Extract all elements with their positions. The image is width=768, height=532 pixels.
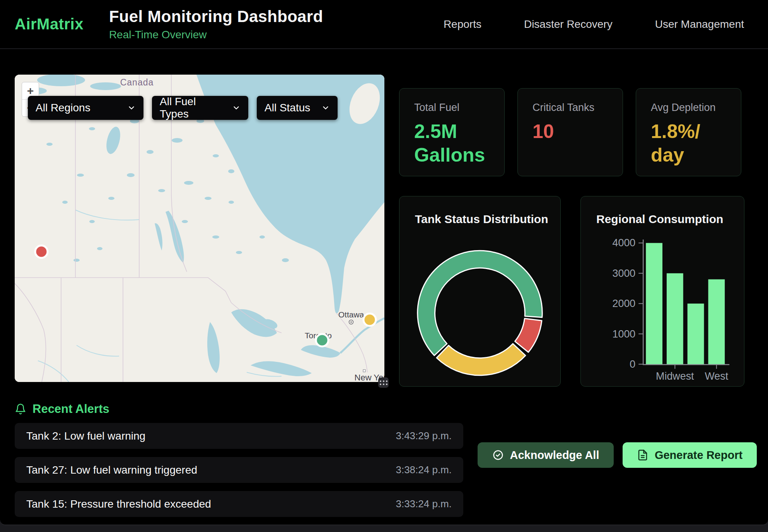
y-tick-label: 2000 <box>613 298 636 309</box>
bar <box>646 243 662 364</box>
alert-row[interactable]: Tank 2: Low fuel warning 3:43:29 p.m. <box>15 423 463 449</box>
bell-icon <box>15 403 26 415</box>
charts-row: Tank Status Distribution Regional Consum… <box>399 196 744 387</box>
x-tick-label: Midwest <box>656 370 694 382</box>
kpi-label: Critical Tanks <box>532 102 608 114</box>
chart-title: Tank Status Distribution <box>415 213 548 226</box>
y-tick-label: 0 <box>630 358 635 370</box>
region-filter-value: All Regions <box>36 102 90 114</box>
chevron-down-icon <box>232 104 241 112</box>
kpi-value: 2.5M Gallons <box>414 120 490 167</box>
fuel-map[interactable]: Canada Ottawa Toronto New York + − A <box>15 75 384 382</box>
main-nav: Reports Disaster Recovery User Managemen… <box>444 18 744 31</box>
tank-marker-normal[interactable] <box>316 334 328 346</box>
acknowledge-all-button[interactable]: Acknowledge All <box>478 442 614 468</box>
generate-report-label: Generate Report <box>655 449 742 462</box>
page-title: Fuel Monitoring Dashboard <box>109 7 323 26</box>
alert-row[interactable]: Tank 27: Low fuel warning triggered 3:38… <box>15 457 463 483</box>
map-canvas: Canada Ottawa Toronto New York <box>15 75 384 382</box>
kpi-total-fuel: Total Fuel 2.5M Gallons <box>399 88 505 176</box>
alert-list: Tank 2: Low fuel warning 3:43:29 p.m. Ta… <box>15 423 463 517</box>
alert-message: Tank 15: Pressure threshold exceeded <box>26 498 211 510</box>
title-block: Fuel Monitoring Dashboard Real-Time Over… <box>109 7 323 41</box>
alert-timestamp: 3:33:24 p.m. <box>396 498 452 510</box>
generate-report-button[interactable]: Generate Report <box>623 442 757 468</box>
report-document-icon <box>637 449 649 461</box>
alert-message: Tank 27: Low fuel warning triggered <box>26 464 197 476</box>
donut-segment <box>515 319 542 352</box>
map-filters: All Regions All Fuel Types All Status <box>28 96 338 120</box>
alerts-header: Recent Alerts <box>15 402 744 416</box>
kpi-label: Avg Depletion <box>651 102 726 114</box>
resize-grip-icon[interactable] <box>378 377 389 388</box>
app-surface: AirMatrix Fuel Monitoring Dashboard Real… <box>0 0 768 525</box>
kpi-critical-tanks: Critical Tanks 10 <box>517 88 623 176</box>
map-label-ottawa: Ottawa <box>338 310 364 319</box>
kpi-avg-depletion: Avg Depletion 1.8%/ day <box>636 88 741 176</box>
y-tick-label: 1000 <box>613 328 636 340</box>
nav-reports[interactable]: Reports <box>444 18 481 31</box>
map-label-canada: Canada <box>120 77 154 87</box>
main-content: Canada Ottawa Toronto New York + − A <box>0 49 768 387</box>
status-filter-value: All Status <box>265 102 310 114</box>
page-subtitle: Real-Time Overview <box>109 29 323 41</box>
kpi-label: Total Fuel <box>414 102 490 114</box>
y-tick-label: 4000 <box>613 237 636 249</box>
alert-actions: Acknowledge All Generate Report <box>478 442 757 468</box>
fuel-type-filter-value: All Fuel Types <box>160 95 226 120</box>
y-tick-label: 3000 <box>613 268 636 279</box>
brand-logo: AirMatrix <box>15 15 84 33</box>
alert-timestamp: 3:43:29 p.m. <box>396 430 452 442</box>
bar <box>688 304 704 364</box>
fuel-type-filter-dropdown[interactable]: All Fuel Types <box>152 96 248 120</box>
kpi-value: 1.8%/ day <box>651 120 726 167</box>
kpi-row: Total Fuel 2.5M Gallons Critical Tanks 1… <box>399 88 744 176</box>
chevron-down-icon <box>127 104 136 112</box>
donut-segment <box>437 344 526 375</box>
nav-disaster-recovery[interactable]: Disaster Recovery <box>524 18 613 31</box>
tank-marker-critical[interactable] <box>35 246 48 258</box>
tank-marker-warning[interactable] <box>364 314 376 326</box>
kpi-value: 10 <box>532 120 608 143</box>
chevron-down-icon <box>321 104 330 112</box>
alert-message: Tank 2: Low fuel warning <box>26 430 145 442</box>
regional-consumption-chart-card: Regional Consumption 01000200030004000Mi… <box>580 196 744 387</box>
bar <box>708 279 725 364</box>
alert-row[interactable]: Tank 15: Pressure threshold exceeded 3:3… <box>15 491 463 517</box>
alert-timestamp: 3:38:24 p.m. <box>396 464 452 476</box>
stats-column: Total Fuel 2.5M Gallons Critical Tanks 1… <box>399 88 744 387</box>
acknowledge-all-label: Acknowledge All <box>510 449 599 462</box>
status-filter-dropdown[interactable]: All Status <box>257 96 338 120</box>
check-circle-icon <box>492 449 504 461</box>
tank-status-chart-card: Tank Status Distribution <box>399 196 561 387</box>
bar <box>667 273 683 364</box>
nav-user-management[interactable]: User Management <box>655 18 744 31</box>
header: AirMatrix Fuel Monitoring Dashboard Real… <box>0 0 768 49</box>
region-filter-dropdown[interactable]: All Regions <box>28 96 143 120</box>
chart-title: Regional Consumption <box>596 213 723 226</box>
x-tick-label: West <box>705 370 728 382</box>
alerts-title: Recent Alerts <box>32 402 109 416</box>
